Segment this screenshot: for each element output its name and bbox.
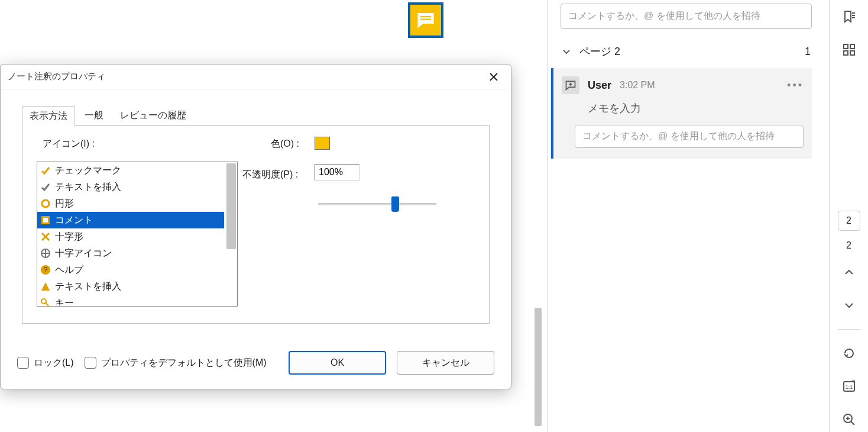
- icon-option-cross[interactable]: 十字形: [37, 228, 224, 245]
- close-icon: [488, 72, 499, 82]
- page-total: 2: [846, 240, 851, 251]
- icon-list: チェックマーク テキストを挿入 円形: [37, 162, 238, 307]
- opacity-input[interactable]: [315, 164, 359, 180]
- comment-type-icon: [562, 76, 579, 94]
- comment-square-icon: [40, 214, 51, 226]
- dialog-title: ノート注釈のプロパティ: [8, 71, 484, 82]
- color-label: 色(O) :: [271, 138, 299, 150]
- lock-label: ロック(L): [34, 357, 74, 369]
- comments-panel: コメントするか、@ を使用して他の人を招待 ページ 2 1 User 3:02 …: [547, 0, 825, 432]
- comment-user: User: [588, 79, 611, 92]
- page-up-button[interactable]: [837, 260, 861, 284]
- comments-page-label: ページ 2: [579, 44, 620, 59]
- canvas-scrollbar[interactable]: [535, 308, 542, 426]
- right-toolbar: 2 2 1:1: [829, 0, 868, 432]
- color-swatch[interactable]: [315, 137, 330, 150]
- tab-review-history[interactable]: レビューの履歴: [113, 106, 193, 126]
- tab-appearance[interactable]: 表示方法: [22, 106, 75, 126]
- use-as-default-checkbox[interactable]: プロパティをデフォルトとして使用(M): [85, 357, 267, 369]
- icon-option-checkmark[interactable]: チェックマーク: [37, 162, 224, 179]
- help-icon: ?: [40, 264, 51, 276]
- page-down-button[interactable]: [837, 294, 861, 317]
- comments-page-count: 1: [805, 46, 811, 58]
- icon-option-label: ヘルプ: [55, 264, 83, 276]
- checkbox-box: [17, 357, 29, 369]
- svg-text:?: ?: [44, 266, 48, 274]
- svg-rect-24: [844, 51, 848, 55]
- icon-option-comment[interactable]: コメント: [37, 212, 224, 228]
- note-properties-dialog: ノート注釈のプロパティ 表示方法 一般 レビューの履歴 アイコン(I) : チェ…: [0, 64, 511, 389]
- tab-pane-appearance: アイコン(I) : チェックマーク テキストを挿入: [22, 125, 490, 324]
- crosshair-icon: [40, 247, 51, 259]
- icon-option-label: キー: [55, 297, 74, 307]
- one-to-one-icon: 1:1: [843, 380, 856, 393]
- svg-rect-6: [43, 218, 48, 223]
- lock-checkbox[interactable]: ロック(L): [17, 357, 74, 369]
- sticky-note-annotation[interactable]: [408, 2, 443, 38]
- slider-thumb[interactable]: [391, 196, 399, 212]
- comments-page-header[interactable]: ページ 2 1: [548, 38, 825, 65]
- svg-rect-23: [850, 44, 854, 49]
- checkbox-box: [85, 357, 96, 369]
- cross-icon: [40, 231, 51, 243]
- comment-icon: [415, 9, 436, 31]
- triangle-icon: [40, 281, 51, 292]
- svg-marker-14: [41, 282, 50, 291]
- rotate-icon: [843, 347, 856, 360]
- dialog-footer: ロック(L) プロパティをデフォルトとして使用(M) OK キャンセル: [17, 351, 494, 375]
- icon-option-label: チェックマーク: [55, 165, 121, 177]
- icon-option-cross-target[interactable]: 十字アイコン: [37, 245, 224, 262]
- comment-menu-button[interactable]: •••: [787, 79, 804, 92]
- opacity-slider[interactable]: [318, 203, 436, 205]
- ok-button[interactable]: OK: [289, 351, 386, 375]
- cancel-button[interactable]: キャンセル: [397, 351, 494, 375]
- zoom-in-button[interactable]: [837, 408, 861, 431]
- zoom-in-icon: [843, 413, 856, 426]
- new-comment-input[interactable]: コメントするか、@ を使用して他の人を招待: [561, 4, 812, 29]
- close-button[interactable]: [484, 67, 504, 87]
- icon-option-circle[interactable]: 円形: [37, 195, 224, 212]
- key-icon: [40, 297, 51, 306]
- icon-option-label: コメント: [55, 214, 93, 227]
- bookmark-icon: [842, 9, 856, 24]
- chevron-down-icon: [844, 300, 854, 311]
- icon-list-label: アイコン(I) :: [43, 138, 95, 150]
- svg-text:1:1: 1:1: [845, 384, 853, 390]
- comment-time: 3:02 PM: [620, 80, 655, 91]
- grid-icon: [843, 43, 856, 56]
- svg-rect-25: [850, 51, 854, 55]
- toolbar-separator: [838, 329, 860, 330]
- actual-size-button[interactable]: 1:1: [837, 375, 861, 398]
- opacity-label: 不透明度(P) :: [242, 169, 298, 181]
- icon-option-label: テキストを挿入: [55, 181, 121, 194]
- chevron-down-icon: [562, 47, 571, 56]
- icon-option-label: テキストを挿入: [55, 281, 121, 293]
- icon-option-insert-text[interactable]: テキストを挿入: [37, 179, 224, 195]
- dialog-tabs: 表示方法 一般 レビューの履歴: [22, 106, 196, 126]
- icon-option-help[interactable]: ? ヘルプ: [37, 262, 224, 278]
- insert-text-icon: [40, 181, 51, 193]
- comment-body: メモを入力: [588, 101, 804, 115]
- default-label: プロパティをデフォルトとして使用(M): [101, 357, 267, 369]
- circle-icon: [40, 198, 51, 209]
- comment-item[interactable]: User 3:02 PM ••• メモを入力 コメントするか、@ を使用して他の…: [551, 68, 812, 159]
- rotate-button[interactable]: [837, 341, 861, 365]
- icon-option-label: 円形: [55, 198, 74, 210]
- comment-reply-input[interactable]: コメントするか、@ を使用して他の人を招待: [575, 125, 804, 148]
- bookmark-panel-button[interactable]: [837, 5, 861, 28]
- slider-track: [318, 203, 436, 205]
- icon-list-scrollbar[interactable]: [226, 163, 236, 249]
- chevron-up-icon: [844, 267, 854, 278]
- svg-line-16: [45, 302, 49, 306]
- icon-option-label: 十字アイコン: [55, 247, 112, 260]
- svg-point-4: [42, 200, 49, 207]
- svg-rect-22: [844, 44, 848, 49]
- tab-general[interactable]: 一般: [77, 106, 111, 126]
- page-number-input[interactable]: 2: [838, 211, 860, 231]
- checkmark-icon: [40, 165, 51, 176]
- dialog-titlebar: ノート注釈のプロパティ: [1, 65, 511, 89]
- thumbnails-button[interactable]: [837, 38, 861, 62]
- icon-option-key[interactable]: キー: [37, 295, 224, 306]
- icon-option-label: 十字形: [55, 231, 83, 243]
- icon-option-triangle[interactable]: テキストを挿入: [37, 278, 224, 295]
